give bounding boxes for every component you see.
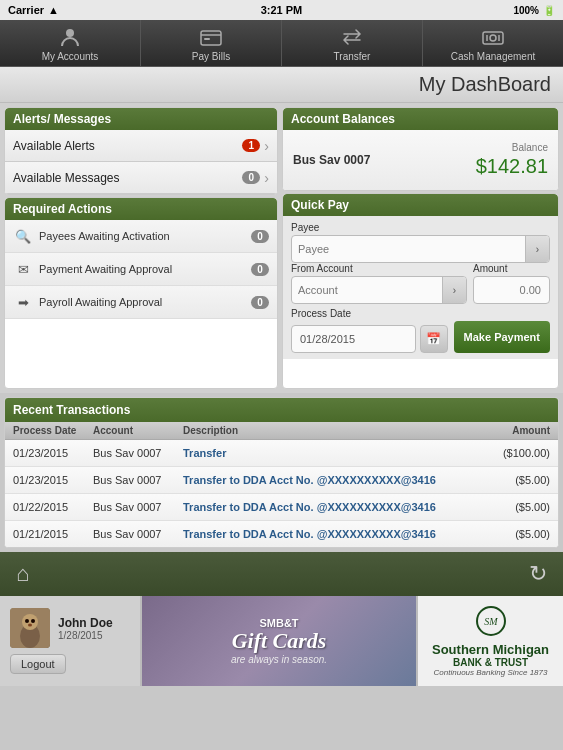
quick-pay-header: Quick Pay [283,194,558,216]
recent-transactions: Recent Transactions Process Date Account… [4,397,559,548]
user-info-row: John Doe 1/28/2015 [10,608,113,648]
svg-text:SM: SM [484,616,498,627]
svg-rect-1 [201,31,221,45]
status-bar: Carrier ▲ 3:21 PM 100% 🔋 [0,0,563,20]
bottom-bar: ⌂ ↻ [0,552,563,596]
svg-rect-2 [204,38,210,40]
col-header-amount: Amount [470,425,550,436]
make-payment-button[interactable]: Make Payment [454,321,550,353]
southern-michigan-logo: SM Southern Michigan BANK & TRUST Contin… [432,605,549,678]
available-messages-label: Available Messages [13,171,242,185]
payee-input[interactable] [292,236,525,262]
tx-account: Bus Sav 0007 [93,474,183,486]
process-date-label: Process Date [291,308,550,319]
tab-bar: My Accounts Pay Bills Transfer [0,20,563,67]
arrow-icon: ➡ [13,292,33,312]
page-title: My DashBoard [419,73,551,96]
cash-management-label: Cash Management [451,51,536,62]
account-balances: Account Balances Bus Sav 0007 Balance $1… [282,107,559,191]
svg-point-4 [490,35,496,41]
tab-my-accounts[interactable]: My Accounts [0,20,141,66]
account-balances-header: Account Balances [283,108,558,130]
payment-approval-count: 0 [251,263,269,276]
amount-input[interactable] [473,276,550,304]
from-account-wrapper: › [291,276,467,304]
payroll-approval-label: Payroll Awaiting Approval [39,296,251,308]
envelope-icon: ✉ [13,259,33,279]
sm-bank-tagline: Continuous Banking Since 1873 [432,668,549,677]
transfer-label: Transfer [334,51,371,62]
available-alerts-label: Available Alerts [13,139,242,153]
tx-description: Transfer to DDA Acct No. @XXXXXXXXXX@341… [183,528,470,540]
cash-management-icon [481,25,505,49]
user-details: John Doe 1/28/2015 [58,616,113,641]
user-section: John Doe 1/28/2015 Logout [0,596,140,686]
available-alerts-item[interactable]: Available Alerts 1 › [5,130,277,162]
svg-point-0 [66,29,74,37]
quick-pay-form: Payee › From Account › Amount [283,216,558,359]
tx-column-headers: Process Date Account Description Amount [5,422,558,440]
avatar-image [10,608,50,648]
tx-date: 01/22/2015 [13,501,93,513]
payee-chevron-icon[interactable]: › [525,236,549,262]
search-icon: 🔍 [13,226,33,246]
table-row[interactable]: 01/23/2015 Bus Sav 0007 Transfer ($100.0… [5,440,558,467]
balance-label: Balance [476,142,548,153]
banner-right[interactable]: SM Southern Michigan BANK & TRUST Contin… [418,596,563,686]
avatar [10,608,50,648]
account-name: Bus Sav 0007 [293,153,370,167]
tx-amount: ($5.00) [470,501,550,513]
page-title-bar: My DashBoard [0,67,563,103]
process-date-row: 📅 Make Payment [291,321,550,353]
refresh-icon[interactable]: ↻ [529,561,547,587]
svg-point-8 [25,619,29,623]
process-date-input[interactable] [291,325,416,353]
payees-activation-item[interactable]: 🔍 Payees Awaiting Activation 0 [5,220,277,253]
tab-transfer[interactable]: Transfer [282,20,423,66]
required-actions-section: Required Actions 🔍 Payees Awaiting Activ… [4,197,278,389]
payment-approval-item[interactable]: ✉ Payment Awaiting Approval 0 [5,253,277,286]
payees-activation-count: 0 [251,230,269,243]
tx-date: 01/21/2015 [13,528,93,540]
pay-bills-label: Pay Bills [192,51,230,62]
table-row[interactable]: 01/22/2015 Bus Sav 0007 Transfer to DDA … [5,494,558,521]
footer: John Doe 1/28/2015 Logout SMB&T Gift Car… [0,596,563,686]
table-row[interactable]: 01/23/2015 Bus Sav 0007 Transfer to DDA … [5,467,558,494]
my-accounts-icon [58,25,82,49]
balance-amount: $142.81 [476,155,548,177]
alerts-header: Alerts/ Messages [5,108,277,130]
amount-col: Amount [473,263,550,304]
from-account-input[interactable] [292,277,442,303]
logout-button[interactable]: Logout [10,654,66,674]
pay-bills-icon [199,25,223,49]
amount-label: Amount [473,263,550,274]
table-row[interactable]: 01/21/2015 Bus Sav 0007 Transfer to DDA … [5,521,558,547]
user-name: John Doe [58,616,113,630]
tx-description: Transfer to DDA Acct No. @XXXXXXXXXX@341… [183,501,470,513]
home-icon[interactable]: ⌂ [16,561,29,587]
calendar-icon[interactable]: 📅 [420,325,448,353]
available-messages-item[interactable]: Available Messages 0 › [5,162,277,194]
tx-description: Transfer to DDA Acct No. @XXXXXXXXXX@341… [183,474,470,486]
tab-pay-bills[interactable]: Pay Bills [141,20,282,66]
alerts-chevron-icon: › [264,138,269,154]
banner-center[interactable]: SMB&T Gift Cards are always in season. [140,596,418,686]
quick-pay-section: Quick Pay Payee › From Account › [282,193,559,389]
account-row[interactable]: Bus Sav 0007 Balance $142.81 [283,130,558,190]
payroll-approval-item[interactable]: ➡ Payroll Awaiting Approval 0 [5,286,277,319]
payroll-approval-count: 0 [251,296,269,309]
status-battery: 100% 🔋 [513,5,555,16]
transfer-icon [340,25,364,49]
tx-date: 01/23/2015 [13,474,93,486]
sm-bank-subtitle: BANK & TRUST [432,657,549,668]
gift-cards-subtitle: are always in season. [231,654,327,665]
account-balance-right: Balance $142.81 [476,142,548,178]
from-account-label: From Account [291,263,467,274]
tx-amount: ($100.00) [470,447,550,459]
main-content: Alerts/ Messages Available Alerts 1 › Av… [0,103,563,393]
payee-input-wrapper: › [291,235,550,263]
tx-account: Bus Sav 0007 [93,447,183,459]
account-chevron-icon[interactable]: › [442,277,466,303]
recent-transactions-header: Recent Transactions [5,398,558,422]
tab-cash-management[interactable]: Cash Management [423,20,563,66]
